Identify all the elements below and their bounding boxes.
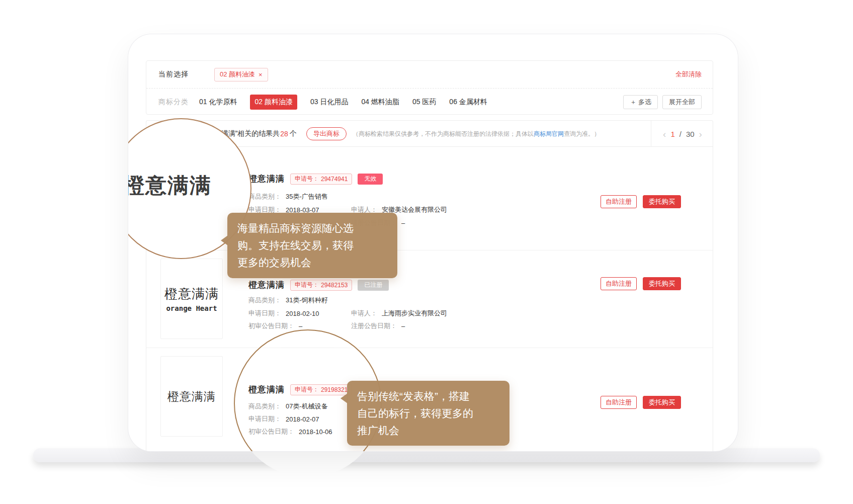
results-disclaimer: （商标检索结果仅供参考，不作为商标能否注册的法律依据；具体以 商标局官网 查询为… xyxy=(353,121,600,147)
self-register-button[interactable]: 自助注册 xyxy=(601,195,637,208)
trademark-title-line: 橙意满满 申请号： 29482153 已注册 xyxy=(248,279,389,291)
entrust-buy-button[interactable]: 委托购买 xyxy=(643,195,681,208)
trademark-office-link[interactable]: 商标局官网 xyxy=(534,130,564,138)
category-item-03[interactable]: 03 日化用品 xyxy=(310,98,348,107)
trademark-image: 橙意满满 xyxy=(160,356,223,437)
trademark-name: 橙意满满 xyxy=(248,279,285,291)
results-count: 28 xyxy=(280,130,290,138)
current-selection-label: 当前选择 xyxy=(158,70,189,79)
status-badge: 已注册 xyxy=(358,280,389,291)
logo-cn-text: 橙意满满 xyxy=(167,389,216,404)
field-category: 商品类别： 31类-饲料种籽 xyxy=(248,296,328,305)
application-number-badge: 申请号： 29482153 xyxy=(290,280,352,291)
export-trademarks-button[interactable]: 导出商标 xyxy=(306,127,347,140)
category-row: 商标分类 01 化学原料 02 颜料油漆 03 日化用品 04 燃料油脂 05 … xyxy=(146,88,713,115)
field-category: 商品类别： 35类-广告销售 xyxy=(248,192,328,201)
pagination: ‹ 1 / 30 › xyxy=(651,121,714,147)
logo-cn-text: 橙意满满 xyxy=(164,285,219,303)
application-number-value: 29474941 xyxy=(321,176,348,183)
page-separator: / xyxy=(679,130,681,138)
field-reg-pub: 注册公告日期： – xyxy=(351,321,405,330)
category-item-05[interactable]: 05 医药 xyxy=(412,98,436,107)
trademark-search-page: 当前选择 02 颜料油漆 × 全部清除 商标分类 01 化学原料 02 颜料油漆… xyxy=(0,0,853,504)
prev-page-icon[interactable]: ‹ xyxy=(663,129,666,139)
category-label: 商标分类 xyxy=(158,98,189,107)
category-item-02-selected[interactable]: 02 颜料油漆 xyxy=(250,95,297,110)
category-item-01[interactable]: 01 化学原料 xyxy=(199,98,237,107)
category-tools: ＋ 多选 展开全部 xyxy=(623,95,702,109)
entrust-buy-button[interactable]: 委托购买 xyxy=(643,396,681,409)
selected-filter-tag[interactable]: 02 颜料油漆 × xyxy=(214,68,268,81)
current-page: 1 xyxy=(670,130,674,138)
application-number-label: 申请号： xyxy=(295,281,319,289)
selected-filter-tag-text: 02 颜料油漆 xyxy=(220,70,255,79)
trademark-title-line: 橙意满满 申请号： 29474941 无效 xyxy=(248,173,383,185)
tooltip-promotion: 告别传统“发表格”，搭建 自己的标行，获得更多的 推广机会 xyxy=(347,381,509,446)
multi-select-button[interactable]: ＋ 多选 xyxy=(623,95,658,109)
screen-card: 当前选择 02 颜料油漆 × 全部清除 商标分类 01 化学原料 02 颜料油漆… xyxy=(128,34,738,451)
disclaimer-suffix: 查询为准。） xyxy=(564,130,600,138)
summary-suffix: 个 xyxy=(290,129,297,138)
status-badge: 无效 xyxy=(358,174,383,185)
field-first-pub: 初审公告日期： – xyxy=(248,321,302,330)
category-item-06[interactable]: 06 金属材料 xyxy=(449,98,487,107)
disclaimer-text: （商标检索结果仅供参考，不作为商标能否注册的法律依据；具体以 xyxy=(353,130,534,138)
field-apply-date: 申请日期： 2018-02-10 xyxy=(248,309,319,318)
magnified-trademark-text: 橙意满满 xyxy=(128,172,212,200)
self-register-button[interactable]: 自助注册 xyxy=(601,277,637,290)
remove-tag-icon[interactable]: × xyxy=(259,71,263,78)
next-page-icon[interactable]: › xyxy=(699,129,702,139)
self-register-button[interactable]: 自助注册 xyxy=(601,396,637,409)
total-pages: 30 xyxy=(686,130,695,138)
category-list: 01 化学原料 02 颜料油漆 03 日化用品 04 燃料油脂 05 医药 06… xyxy=(199,95,487,110)
expand-all-button[interactable]: 展开全部 xyxy=(662,95,702,109)
logo-en-text: orange Heart xyxy=(166,304,217,312)
application-number-label: 申请号： xyxy=(295,175,319,183)
trademark-image: 橙意满满 orange Heart xyxy=(160,259,223,339)
category-item-04[interactable]: 04 燃料油脂 xyxy=(361,98,399,107)
clear-all-link[interactable]: 全部清除 xyxy=(675,70,702,79)
entrust-buy-button[interactable]: 委托购买 xyxy=(643,277,681,290)
current-selection-row: 当前选择 02 颜料油漆 × 全部清除 xyxy=(146,61,713,88)
application-number-value: 29482153 xyxy=(321,282,348,289)
tooltip-marketplace: 海量精品商标资源随心选 购。支持在线交易，获得 更多的交易机会 xyxy=(227,213,397,278)
application-number-badge: 申请号： 29474941 xyxy=(290,174,352,185)
field-applicant: 申请人： 上海雨步实业有限公司 xyxy=(351,309,447,318)
trademark-name: 橙意满满 xyxy=(248,173,285,185)
filter-panel: 当前选择 02 颜料油漆 × 全部清除 商标分类 01 化学原料 02 颜料油漆… xyxy=(146,60,713,115)
